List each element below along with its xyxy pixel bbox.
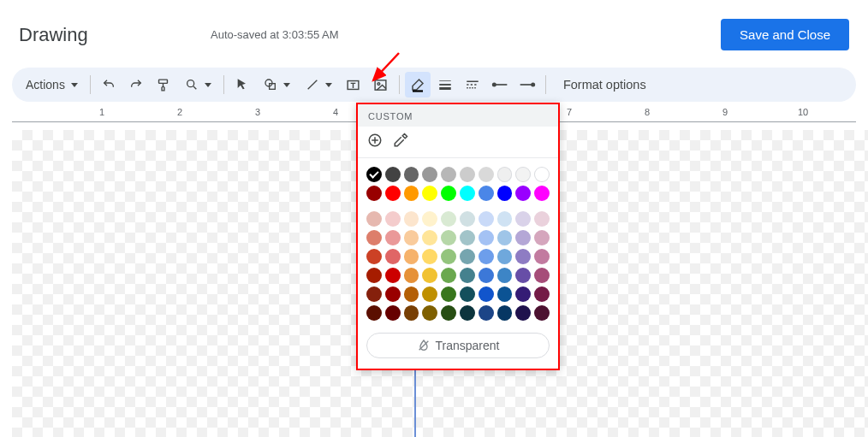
color-swatch[interactable] xyxy=(497,268,513,283)
color-swatch[interactable] xyxy=(422,268,437,283)
color-swatch[interactable] xyxy=(366,286,382,302)
color-swatch[interactable] xyxy=(441,167,456,182)
color-swatch[interactable] xyxy=(366,167,382,182)
color-swatch[interactable] xyxy=(404,268,419,283)
line-end-button[interactable] xyxy=(514,72,540,97)
color-swatch[interactable] xyxy=(385,186,401,201)
color-swatch[interactable] xyxy=(366,211,382,227)
save-and-close-button[interactable]: Save and Close xyxy=(721,19,849,50)
color-swatch[interactable] xyxy=(460,286,475,302)
color-swatch[interactable] xyxy=(441,286,456,302)
color-swatch[interactable] xyxy=(366,230,382,245)
color-swatch[interactable] xyxy=(385,167,401,182)
color-swatch[interactable] xyxy=(422,230,437,245)
color-swatch[interactable] xyxy=(515,230,531,245)
color-swatch[interactable] xyxy=(385,286,401,302)
color-swatch[interactable] xyxy=(515,268,531,283)
color-swatch[interactable] xyxy=(385,305,401,321)
line-color-button[interactable] xyxy=(405,72,431,97)
color-swatch[interactable] xyxy=(479,286,494,302)
color-swatch[interactable] xyxy=(515,186,531,201)
color-swatch[interactable] xyxy=(479,268,494,283)
color-swatch[interactable] xyxy=(534,230,550,245)
color-swatch[interactable] xyxy=(497,286,513,302)
color-swatch[interactable] xyxy=(460,268,475,283)
color-swatch[interactable] xyxy=(460,186,475,201)
color-swatch[interactable] xyxy=(479,211,494,227)
color-swatch[interactable] xyxy=(534,268,550,283)
color-swatch[interactable] xyxy=(404,186,419,201)
color-swatch[interactable] xyxy=(479,167,494,182)
color-swatch[interactable] xyxy=(404,211,419,227)
actions-menu-button[interactable]: Actions xyxy=(19,72,85,97)
shape-tool-button[interactable] xyxy=(257,72,297,97)
selected-line-shape[interactable] xyxy=(414,361,416,437)
color-swatch[interactable] xyxy=(515,167,531,182)
color-swatch[interactable] xyxy=(422,167,437,182)
color-swatch[interactable] xyxy=(385,211,401,227)
color-swatch[interactable] xyxy=(441,186,456,201)
color-swatch[interactable] xyxy=(422,211,437,227)
color-swatch[interactable] xyxy=(404,286,419,302)
color-swatch[interactable] xyxy=(497,211,513,227)
line-start-button[interactable] xyxy=(487,72,513,97)
format-options-button[interactable]: Format options xyxy=(560,72,650,97)
color-swatch[interactable] xyxy=(497,167,513,182)
color-swatch[interactable] xyxy=(366,305,382,321)
color-swatch[interactable] xyxy=(404,167,419,182)
color-swatch[interactable] xyxy=(460,167,475,182)
color-swatch[interactable] xyxy=(366,186,382,201)
line-weight-button[interactable] xyxy=(432,72,458,97)
color-swatch[interactable] xyxy=(534,249,550,264)
color-swatch[interactable] xyxy=(460,249,475,264)
color-swatch[interactable] xyxy=(366,268,382,283)
color-swatch[interactable] xyxy=(479,249,494,264)
color-swatch[interactable] xyxy=(534,286,550,302)
select-tool-button[interactable] xyxy=(229,72,255,97)
color-swatch[interactable] xyxy=(441,230,456,245)
eyedropper-button[interactable] xyxy=(392,132,409,149)
color-swatch[interactable] xyxy=(441,211,456,227)
color-swatch[interactable] xyxy=(515,249,531,264)
image-button[interactable] xyxy=(368,72,394,97)
color-swatch[interactable] xyxy=(404,249,419,264)
color-swatch[interactable] xyxy=(385,249,401,264)
color-swatch[interactable] xyxy=(460,211,475,227)
color-swatch[interactable] xyxy=(534,305,550,321)
color-swatch[interactable] xyxy=(479,186,494,201)
add-custom-color-button[interactable] xyxy=(366,132,383,149)
color-swatch[interactable] xyxy=(497,305,513,321)
color-swatch[interactable] xyxy=(479,305,494,321)
color-swatch[interactable] xyxy=(385,268,401,283)
color-swatch[interactable] xyxy=(497,230,513,245)
color-swatch[interactable] xyxy=(422,305,437,321)
color-swatch[interactable] xyxy=(422,186,437,201)
color-swatch[interactable] xyxy=(515,211,531,227)
color-swatch[interactable] xyxy=(515,286,531,302)
color-swatch[interactable] xyxy=(404,230,419,245)
color-swatch[interactable] xyxy=(534,167,550,182)
color-swatch[interactable] xyxy=(460,230,475,245)
color-swatch[interactable] xyxy=(441,305,456,321)
color-swatch[interactable] xyxy=(422,286,437,302)
redo-button[interactable] xyxy=(123,72,149,97)
zoom-button[interactable] xyxy=(178,72,218,97)
text-box-button[interactable] xyxy=(341,72,366,97)
color-swatch[interactable] xyxy=(534,211,550,227)
color-swatch[interactable] xyxy=(497,186,513,201)
color-swatch[interactable] xyxy=(404,305,419,321)
color-swatch[interactable] xyxy=(422,249,437,264)
undo-button[interactable] xyxy=(96,72,122,97)
color-swatch[interactable] xyxy=(497,249,513,264)
color-swatch[interactable] xyxy=(515,305,531,321)
color-swatch[interactable] xyxy=(366,249,382,264)
color-swatch[interactable] xyxy=(441,268,456,283)
paint-format-button[interactable] xyxy=(151,72,176,97)
line-dash-button[interactable] xyxy=(460,72,485,97)
color-swatch[interactable] xyxy=(460,305,475,321)
color-swatch[interactable] xyxy=(534,186,550,201)
color-swatch[interactable] xyxy=(385,230,401,245)
transparent-button[interactable]: Transparent xyxy=(366,333,550,358)
color-swatch[interactable] xyxy=(441,249,456,264)
color-swatch[interactable] xyxy=(479,230,494,245)
